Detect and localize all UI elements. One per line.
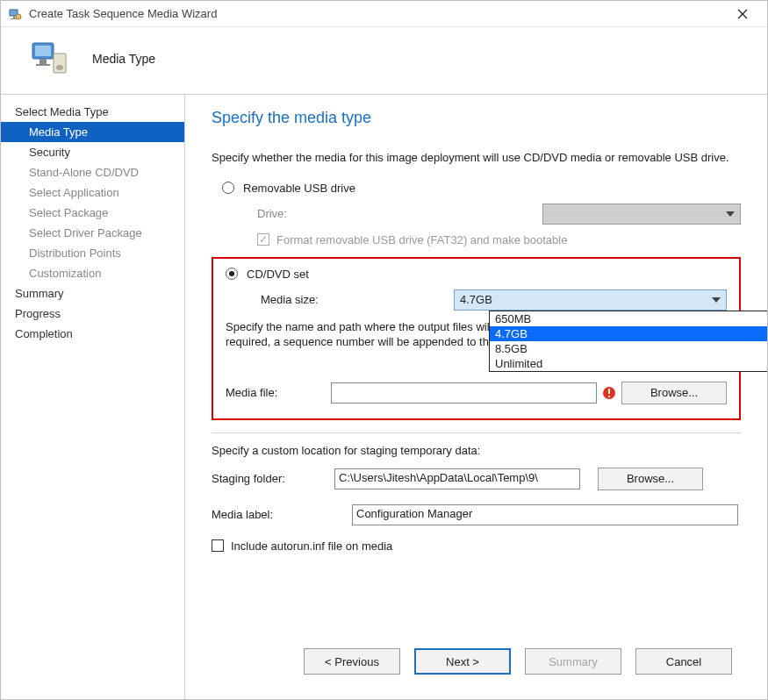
media-label-input[interactable]: Configuration Manager (352, 504, 738, 525)
previous-button[interactable]: < Previous (304, 648, 400, 675)
format-label: Format removable USB drive (FAT32) and m… (276, 233, 567, 246)
sidebar-item-distribution-points: Distribution Points (1, 243, 184, 263)
error-icon (602, 386, 616, 400)
media-size-select[interactable]: 4.7GB (454, 289, 727, 311)
svg-rect-9 (36, 64, 50, 66)
cd-dvd-section: CD/DVD set Media size: 4.7GB 650MB 4.7GB… (212, 257, 741, 420)
sidebar-item-completion[interactable]: Completion (1, 324, 184, 344)
staging-description: Specify a custom location for staging te… (212, 444, 741, 457)
sidebar-item-summary[interactable]: Summary (1, 283, 184, 304)
media-size-dropdown: 650MB 4.7GB 8.5GB Unlimited (489, 311, 767, 372)
drive-label: Drive: (257, 207, 345, 220)
sidebar-item-select-application: Select Application (1, 182, 184, 203)
staging-folder-input[interactable]: C:\Users\Jitesh\AppData\Local\Temp\9\ (334, 468, 580, 489)
chevron-down-icon (726, 211, 735, 217)
next-button[interactable]: Next > (414, 648, 511, 675)
wizard-sidebar: Select Media Type Media Type Security St… (1, 95, 185, 699)
svg-rect-7 (35, 46, 51, 56)
page-description: Specify whether the media for this image… (212, 150, 738, 166)
media-file-label: Media file: (226, 386, 331, 399)
cancel-button[interactable]: Cancel (635, 648, 732, 675)
wizard-header: Media Type (1, 27, 767, 95)
radio-icon (226, 268, 238, 280)
media-size-value: 4.7GB (460, 293, 492, 306)
wizard-content: Specify the media type Specify whether t… (185, 95, 767, 699)
media-file-input[interactable] (331, 382, 597, 404)
sidebar-item-media-type[interactable]: Media Type (1, 122, 184, 142)
drive-select (542, 204, 742, 225)
page-title: Specify the media type (212, 109, 741, 127)
include-autorun-label: Include autorun.inf file on media (231, 539, 392, 553)
dropdown-option-unlimited[interactable]: Unlimited (490, 356, 767, 371)
chevron-down-icon (712, 297, 721, 303)
svg-rect-13 (608, 389, 610, 394)
radio-cd-dvd[interactable]: CD/DVD set (226, 268, 727, 281)
sidebar-item-standalone-cd: Stand-Alone CD/DVD (1, 162, 184, 182)
dropdown-option-8-5gb[interactable]: 8.5GB (490, 341, 767, 356)
sidebar-item-security[interactable]: Security (1, 142, 184, 162)
radio-icon (222, 182, 234, 194)
sidebar-item-select-driver-package: Select Driver Package (1, 223, 184, 243)
media-file-browse-button[interactable]: Browse... (621, 382, 727, 404)
close-button[interactable] (725, 2, 760, 26)
app-icon (8, 7, 22, 21)
divider (212, 432, 741, 433)
svg-rect-14 (608, 396, 610, 397)
sidebar-item-progress[interactable]: Progress (1, 304, 184, 324)
sidebar-item-customization: Customization (1, 263, 184, 283)
staging-browse-button[interactable]: Browse... (598, 468, 703, 490)
radio-usb-label: Removable USB drive (243, 182, 355, 195)
dropdown-option-4-7gb[interactable]: 4.7GB (490, 326, 767, 341)
summary-button: Summary (525, 648, 621, 675)
format-checkbox: ✓ (257, 233, 269, 246)
radio-removable-usb[interactable]: Removable USB drive (222, 182, 741, 195)
media-size-label: Media size: (261, 293, 454, 306)
sidebar-group-select-media[interactable]: Select Media Type (1, 102, 184, 122)
titlebar: Create Task Sequence Media Wizard (1, 1, 767, 27)
staging-folder-label: Staging folder: (212, 472, 334, 485)
sidebar-item-select-package: Select Package (1, 203, 184, 223)
page-header-title: Media Type (92, 52, 155, 66)
close-icon (737, 9, 748, 19)
window-title: Create Task Sequence Media Wizard (29, 7, 725, 20)
svg-point-11 (56, 65, 63, 70)
wizard-footer: < Previous Next > Summary Cancel (185, 639, 758, 690)
svg-rect-8 (39, 59, 47, 64)
header-icon (27, 36, 73, 82)
svg-point-3 (16, 14, 21, 19)
radio-cd-label: CD/DVD set (247, 268, 309, 281)
media-label-label: Media label: (212, 508, 334, 521)
dropdown-option-650mb[interactable]: 650MB (490, 311, 767, 326)
include-autorun-checkbox[interactable] (212, 539, 224, 552)
svg-rect-1 (13, 16, 15, 18)
